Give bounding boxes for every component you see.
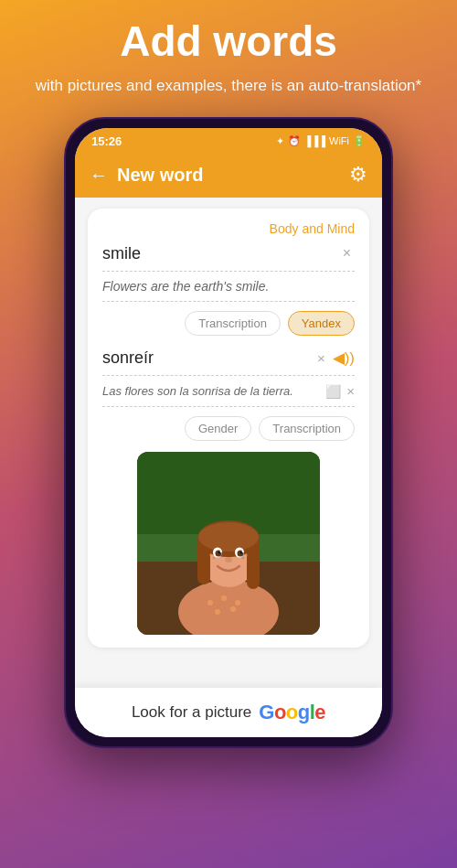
word-clear-button[interactable]: × bbox=[339, 243, 355, 263]
source-tags-row: Transcription Yandex bbox=[102, 311, 355, 336]
svg-point-7 bbox=[215, 609, 220, 615]
yandex-button[interactable]: Yandex bbox=[288, 311, 355, 336]
wifi-icon: WiFi bbox=[329, 135, 349, 146]
google-o2: o bbox=[286, 701, 298, 723]
settings-icon[interactable]: ⚙ bbox=[349, 163, 367, 187]
translation-tags-row: Gender Transcription bbox=[102, 416, 355, 441]
bottom-bar: Look for a picture Google bbox=[75, 688, 382, 737]
translation-example-clear-button[interactable]: × bbox=[346, 383, 355, 399]
google-logo[interactable]: Google bbox=[259, 701, 325, 724]
status-bar: 15:26 ✦ ⏰ ▐▐▐ WiFi 🔋 bbox=[75, 128, 382, 154]
example-text: Flowers are the earth's smile. bbox=[102, 279, 355, 294]
translation-input[interactable] bbox=[102, 348, 317, 368]
phone-frame: 15:26 ✦ ⏰ ▐▐▐ WiFi 🔋 ← New word ⚙ Body a… bbox=[64, 117, 393, 748]
svg-point-6 bbox=[235, 600, 240, 605]
example-row: Flowers are the earth's smile. bbox=[102, 279, 355, 302]
phone-inner: 15:26 ✦ ⏰ ▐▐▐ WiFi 🔋 ← New word ⚙ Body a… bbox=[75, 128, 382, 737]
svg-point-14 bbox=[198, 522, 259, 552]
translation-input-row: × ◀)) bbox=[102, 348, 355, 376]
google-g: G bbox=[259, 701, 274, 723]
word-image[interactable] bbox=[137, 452, 320, 635]
svg-point-8 bbox=[230, 606, 236, 612]
translation-actions: × ◀)) bbox=[317, 348, 355, 368]
google-search-label: Look for a picture bbox=[132, 703, 251, 722]
gender-button[interactable]: Gender bbox=[185, 416, 251, 441]
word-card: Body and Mind × Flowers are the earth's … bbox=[88, 209, 369, 648]
word-input[interactable] bbox=[102, 244, 339, 263]
svg-point-5 bbox=[221, 595, 227, 601]
alarm-icon: ⏰ bbox=[288, 135, 301, 147]
google-g2: g bbox=[298, 701, 310, 723]
word-input-row: × bbox=[102, 243, 355, 272]
copy-button[interactable]: ⬜ bbox=[325, 384, 341, 399]
transcription-button[interactable]: Transcription bbox=[185, 311, 281, 336]
translation-clear-button[interactable]: × bbox=[317, 350, 325, 366]
content-area: Body and Mind × Flowers are the earth's … bbox=[75, 198, 382, 688]
svg-point-26 bbox=[242, 557, 245, 560]
svg-point-25 bbox=[209, 554, 211, 556]
status-icons: ✦ ⏰ ▐▐▐ WiFi 🔋 bbox=[276, 135, 366, 147]
transcription-button-2[interactable]: Transcription bbox=[259, 416, 355, 441]
google-o1: o bbox=[274, 701, 286, 723]
svg-point-4 bbox=[207, 600, 213, 605]
signal-icon: ▐▐▐ bbox=[304, 135, 325, 146]
translation-example-text: Las flores son la sonrisa de la tierra. bbox=[102, 384, 325, 398]
status-time: 15:26 bbox=[91, 134, 122, 148]
back-button[interactable]: ← bbox=[90, 165, 108, 186]
svg-point-22 bbox=[242, 551, 244, 552]
svg-point-27 bbox=[246, 554, 248, 556]
svg-point-24 bbox=[213, 557, 216, 560]
header-title: New word bbox=[117, 165, 203, 186]
promo-title: Add words bbox=[120, 18, 337, 65]
sound-button[interactable]: ◀)) bbox=[333, 348, 355, 368]
svg-point-23 bbox=[225, 557, 232, 563]
translation-example-row: Las flores son la sonrisa de la tierra. … bbox=[102, 383, 355, 407]
header-left: ← New word bbox=[90, 165, 203, 186]
app-header: ← New word ⚙ bbox=[75, 154, 382, 198]
battery-icon: 🔋 bbox=[353, 135, 366, 147]
person-illustration bbox=[137, 452, 320, 635]
svg-point-21 bbox=[220, 551, 222, 552]
category-label[interactable]: Body and Mind bbox=[102, 221, 355, 236]
bluetooth-icon: ✦ bbox=[276, 135, 284, 147]
google-e: e bbox=[314, 701, 325, 723]
promo-subtitle: with pictures and examples, there is an … bbox=[8, 74, 449, 98]
